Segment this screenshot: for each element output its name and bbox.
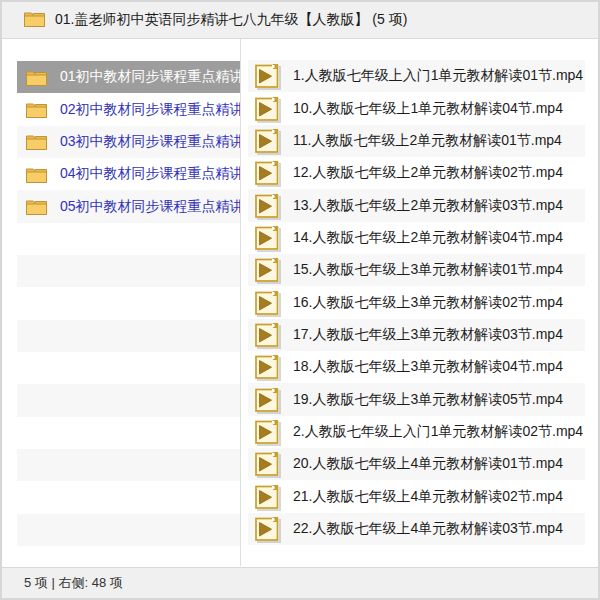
empty-row: [17, 223, 240, 255]
file-label: 10.人教版七年级上1单元教材解读04节.mp4: [293, 100, 563, 118]
file-label: 14.人教版七年级上2单元教材解读04节.mp4: [293, 229, 563, 247]
folder-label: 01初中教材同步课程重点精讲人教版七: [60, 68, 240, 86]
folder-icon: [26, 69, 47, 86]
file-row[interactable]: 12.人教版七年级上2单元教材解读02节.mp4: [248, 157, 585, 189]
folder-label: 05初中教材同步课程重点精讲人教版九: [60, 198, 240, 216]
empty-row: [17, 287, 240, 319]
file-label: 12.人教版七年级上2单元教材解读02节.mp4: [293, 164, 563, 182]
file-label: 16.人教版七年级上3单元教材解读02节.mp4: [293, 294, 563, 312]
folder-label: 02初中教材同步课程重点精讲人教版七: [60, 101, 240, 119]
empty-row: [17, 384, 240, 416]
file-row[interactable]: 11.人教版七年级上2单元教材解读01节.mp4: [248, 125, 585, 157]
video-file-icon: [255, 194, 279, 218]
video-file-icon: [255, 258, 279, 282]
file-row[interactable]: 1.人教版七年级上入门1单元教材解读01节.mp4: [248, 60, 585, 92]
file-label: 17.人教版七年级上3单元教材解读03节.mp4: [293, 326, 563, 344]
file-list: 1.人教版七年级上入门1单元教材解读01节.mp4 10.人教版七年级上1单元教…: [248, 60, 585, 545]
file-row[interactable]: 17.人教版七年级上3单元教材解读03节.mp4: [248, 319, 585, 351]
empty-row: [17, 352, 240, 384]
video-file-icon: [255, 291, 279, 315]
folder-icon: [26, 133, 47, 150]
file-label: 15.人教版七年级上3单元教材解读01节.mp4: [293, 261, 563, 279]
video-file-icon: [255, 355, 279, 379]
file-label: 20.人教版七年级上4单元教材解读01节.mp4: [293, 455, 563, 473]
file-row[interactable]: 20.人教版七年级上4单元教材解读01节.mp4: [248, 448, 585, 480]
status-text: 5 项 | 右侧: 48 项: [24, 574, 123, 592]
folder-label: 04初中教材同步课程重点精讲人教版八: [60, 165, 240, 183]
video-file-icon: [255, 388, 279, 412]
empty-row: [17, 514, 240, 546]
file-label: 18.人教版七年级上3单元教材解读04节.mp4: [293, 358, 563, 376]
file-row[interactable]: 14.人教版七年级上2单元教材解读04节.mp4: [248, 222, 585, 254]
file-label: 1.人教版七年级上入门1单元教材解读01节.mp4: [293, 67, 583, 85]
file-label: 2.人教版七年级上入门1单元教材解读02节.mp4: [293, 423, 583, 441]
file-manager-window: 01.盖老师初中英语同步精讲七八九年级【人教版】 (5 项) 01初中教材同步课…: [0, 0, 600, 600]
folder-list: 01初中教材同步课程重点精讲人教版七 02初中教材同步课程重点精讲人教版七 03…: [17, 61, 240, 546]
empty-row: [17, 255, 240, 287]
file-row[interactable]: 22.人教版七年级上4单元教材解读03节.mp4: [248, 513, 585, 545]
folder-icon: [24, 10, 45, 31]
empty-row: [17, 320, 240, 352]
empty-row: [17, 449, 240, 481]
video-file-icon: [255, 452, 279, 476]
file-label: 21.人教版七年级上4单元教材解读02节.mp4: [293, 488, 563, 506]
file-row[interactable]: 15.人教版七年级上3单元教材解读01节.mp4: [248, 254, 585, 286]
file-label: 11.人教版七年级上2单元教材解读01节.mp4: [293, 132, 562, 150]
file-row[interactable]: 21.人教版七年级上4单元教材解读02节.mp4: [248, 480, 585, 512]
pane-divider: [240, 39, 241, 566]
folder-label: 03初中教材同步课程重点精讲人教版八: [60, 133, 240, 151]
empty-row: [17, 481, 240, 513]
video-file-icon: [255, 420, 279, 444]
video-file-icon: [255, 129, 279, 153]
file-row[interactable]: 16.人教版七年级上3单元教材解读02节.mp4: [248, 286, 585, 318]
folder-row[interactable]: 03初中教材同步课程重点精讲人教版八: [17, 126, 240, 158]
file-row[interactable]: 2.人教版七年级上入门1单元教材解读02节.mp4: [248, 416, 585, 448]
folder-row[interactable]: 04初中教材同步课程重点精讲人教版八: [17, 158, 240, 190]
video-file-icon: [255, 226, 279, 250]
file-label: 13.人教版七年级上2单元教材解读03节.mp4: [293, 197, 563, 215]
current-folder-title: 01.盖老师初中英语同步精讲七八九年级【人教版】 (5 项): [55, 11, 407, 29]
status-bar: 5 项 | 右侧: 48 项: [2, 567, 598, 598]
file-row[interactable]: 19.人教版七年级上3单元教材解读05节.mp4: [248, 383, 585, 415]
file-label: 19.人教版七年级上3单元教材解读05节.mp4: [293, 391, 563, 409]
file-row[interactable]: 18.人教版七年级上3单元教材解读04节.mp4: [248, 351, 585, 383]
path-header: 01.盖老师初中英语同步精讲七八九年级【人教版】 (5 项): [2, 2, 598, 39]
folder-row[interactable]: 02初中教材同步课程重点精讲人教版七: [17, 93, 240, 125]
video-file-icon: [255, 517, 279, 541]
file-row[interactable]: 10.人教版七年级上1单元教材解读04节.mp4: [248, 92, 585, 124]
video-file-icon: [255, 64, 279, 88]
video-file-icon: [255, 97, 279, 121]
folder-icon: [26, 166, 47, 183]
video-file-icon: [255, 323, 279, 347]
folder-icon: [26, 101, 47, 118]
video-file-icon: [255, 485, 279, 509]
file-row[interactable]: 13.人教版七年级上2单元教材解读03节.mp4: [248, 189, 585, 221]
file-label: 22.人教版七年级上4单元教材解读03节.mp4: [293, 520, 563, 538]
folder-row[interactable]: 05初中教材同步课程重点精讲人教版九: [17, 190, 240, 222]
video-file-icon: [255, 161, 279, 185]
empty-row: [17, 417, 240, 449]
folder-row[interactable]: 01初中教材同步课程重点精讲人教版七: [17, 61, 240, 93]
folder-icon: [26, 198, 47, 215]
